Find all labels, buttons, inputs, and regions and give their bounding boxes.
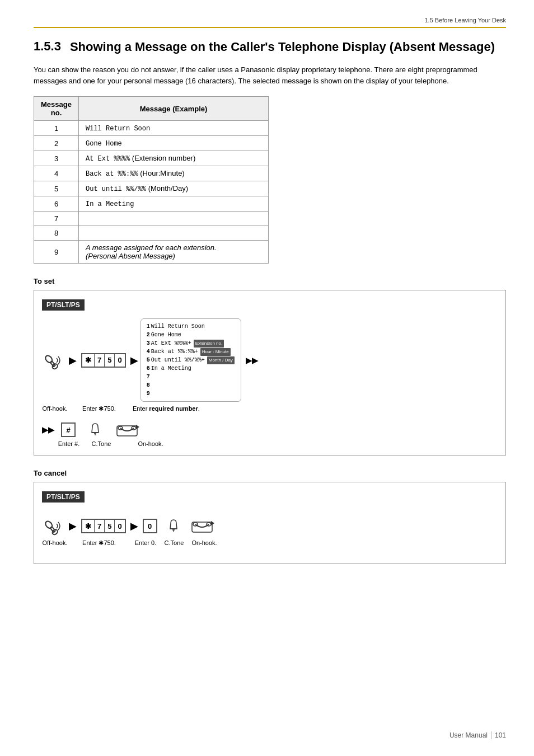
onhook-phone-set — [115, 421, 139, 438]
table-row: 3 At Ext %%%% (Extension number) — [34, 151, 269, 166]
to-cancel-diagram: PT/SLT/PS ▶ ✱ 7 — [34, 482, 506, 564]
section-title: Showing a Message on the Caller's Teleph… — [70, 39, 495, 55]
header-section-label: 1.5 Before Leaving Your Desk — [424, 17, 506, 24]
arrow1-set: ▶ — [69, 355, 77, 365]
label-onhook-set: On-hook. — [134, 440, 167, 447]
label-onhook-cancel: On-hook. — [188, 539, 221, 546]
svg-marker-19 — [211, 521, 214, 525]
table-row: 6 In a Meeting — [34, 196, 269, 212]
table-header-num: Message no. — [34, 97, 79, 121]
table-header-msg: Message (Example) — [79, 97, 269, 121]
label-enter-required: Enter required number. — [130, 405, 242, 412]
label-offhook-cancel: Off-hook. — [42, 539, 68, 546]
table-row: 5 Out until %%/%% (Month/Day) — [34, 181, 269, 196]
double-arrow2-set: ▶▶ — [42, 425, 54, 434]
arrow2-set: ▶ — [130, 355, 138, 365]
svg-point-10 — [44, 520, 54, 529]
ctone-set — [87, 421, 104, 438]
hash-key-set: # — [61, 422, 76, 437]
label-ctone-set: C.Tone — [85, 440, 118, 447]
table-row: 1 Will Return Soon — [34, 121, 269, 136]
page-footer: User Manual 101 — [449, 731, 506, 739]
double-arrow-set: ▶▶ — [246, 356, 258, 365]
device-label-cancel: PT/SLT/PS — [42, 491, 85, 503]
svg-point-0 — [44, 354, 54, 364]
footer-text: User Manual — [449, 731, 488, 739]
offhook-phone-cancel — [44, 516, 64, 536]
arrow2-cancel: ▶ — [130, 521, 138, 531]
table-row: 7 — [34, 212, 269, 226]
label-enter0-cancel: Enter 0. — [130, 539, 161, 546]
label-offhook-set: Off-hook. — [42, 405, 68, 412]
svg-marker-9 — [136, 425, 139, 429]
table-row: 4 Back at %%:%% (Hour:Minute) — [34, 166, 269, 181]
ctone-cancel — [165, 518, 182, 534]
table-row: 2 Gone Home — [34, 136, 269, 151]
page-header: 1.5 Before Leaving Your Desk — [34, 17, 506, 28]
key-group-set: ✱ 7 5 0 — [81, 353, 126, 368]
key-zero-cancel: 0 — [143, 519, 157, 533]
footer-page: 101 — [495, 731, 506, 739]
label-ctone-text-cancel: C.Tone — [161, 539, 188, 546]
table-row: 9 A message assigned for each extension.… — [34, 241, 269, 264]
body-text: You can show the reason you do not answe… — [34, 64, 506, 88]
section-title-block: 1.5.3 Showing a Message on the Caller's … — [34, 39, 506, 55]
label-hash-set: Enter #. — [58, 440, 80, 447]
to-set-label: To set — [34, 277, 506, 285]
device-label-set: PT/SLT/PS — [42, 299, 85, 311]
menu-box-set: 1 Will Return Soon 2 Gone Home 3 At Ext … — [140, 318, 241, 402]
section-number: 1.5.3 — [34, 39, 61, 54]
footer-divider — [491, 731, 491, 739]
arrow1-cancel: ▶ — [69, 521, 77, 531]
to-set-diagram: PT/SLT/PS ▶ — [34, 290, 506, 456]
table-row: 8 — [34, 226, 269, 241]
offhook-phone-set — [44, 350, 64, 370]
label-enter750-cancel: Enter ✱750. — [77, 539, 121, 547]
onhook-phone-cancel — [190, 518, 214, 534]
label-enter750-set: Enter ✱750. — [77, 405, 121, 412]
message-table: Message no. Message (Example) 1 Will Ret… — [34, 96, 269, 264]
key-group-cancel: ✱ 7 5 0 — [81, 519, 126, 533]
to-cancel-label: To cancel — [34, 469, 506, 477]
